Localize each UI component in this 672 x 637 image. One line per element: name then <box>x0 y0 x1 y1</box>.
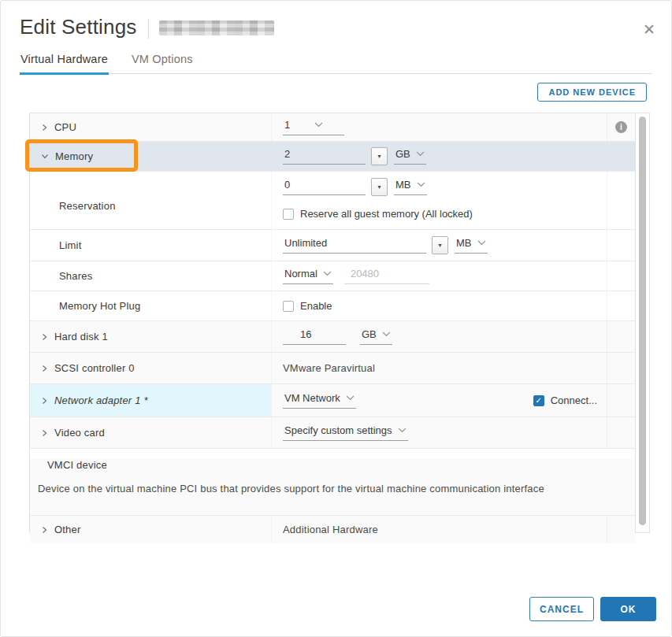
memory-hot-plug-enable-label: Enable <box>300 300 332 312</box>
chevron-down-icon <box>346 395 355 401</box>
table-row-memory-hot-plug: Memory Hot Plug Enable <box>30 291 635 321</box>
table-row-other: Other Additional Hardware <box>30 516 635 543</box>
hard-disk-size-input[interactable]: 16 <box>283 328 346 345</box>
network-adapter-label-cell[interactable]: Network adapter 1 * <box>30 384 271 417</box>
network-value: VM Network <box>284 392 340 404</box>
chevron-right-icon[interactable] <box>41 429 48 437</box>
other-value: Additional Hardware <box>283 524 378 535</box>
chevron-down-icon <box>417 182 425 187</box>
limit-spinner-button[interactable]: ▾ <box>432 236 448 254</box>
memory-label-cell[interactable]: Memory <box>30 142 271 171</box>
memory-spinner-button[interactable]: ▾ <box>371 147 388 165</box>
connect-label: Connect... <box>551 394 597 406</box>
reserve-all-memory-checkbox[interactable] <box>283 209 294 220</box>
info-icon[interactable]: i <box>615 121 627 133</box>
other-label-cell[interactable]: Other <box>30 516 271 543</box>
table-row-reservation: Reservation 0 ▾ MB Reserve all guest mem… <box>30 172 635 230</box>
chevron-down-icon <box>416 151 425 157</box>
chevron-down-icon[interactable] <box>41 153 49 160</box>
chevron-down-icon <box>382 331 391 337</box>
table-row-network-adapter: Network adapter 1 * VM Network ✓ Connect… <box>30 384 635 417</box>
shares-label: Shares <box>59 270 92 282</box>
edit-settings-dialog: Edit Settings ✕ Virtual Hardware VM Opti… <box>0 0 672 637</box>
tab-bar: Virtual Hardware VM Options <box>20 50 652 74</box>
table-row-hard-disk: Hard disk 1 16 GB <box>30 321 635 353</box>
chevron-right-icon[interactable] <box>41 333 48 341</box>
limit-label: Limit <box>59 239 81 251</box>
cpu-label: CPU <box>54 121 76 133</box>
limit-input[interactable]: Unlimited <box>283 237 426 254</box>
chevron-right-icon[interactable] <box>41 124 48 131</box>
memory-label: Memory <box>55 150 93 162</box>
ok-button[interactable]: OK <box>600 597 656 621</box>
video-card-settings-value: Specify custom settings <box>284 424 392 436</box>
dialog-title: Edit Settings <box>20 15 137 39</box>
hard-disk-label: Hard disk 1 <box>54 331 108 343</box>
reservation-label: Reservation <box>59 200 116 212</box>
scsi-label-cell[interactable]: SCSI controller 0 <box>30 353 271 383</box>
scsi-controller-value: VMware Paravirtual <box>283 362 375 374</box>
chevron-down-icon <box>314 122 323 128</box>
cpu-label-cell[interactable]: CPU <box>30 113 271 141</box>
reservation-unit-select[interactable]: MB <box>394 179 427 195</box>
chevron-right-icon[interactable] <box>41 365 48 372</box>
video-card-label-cell[interactable]: Video card <box>30 417 271 448</box>
network-adapter-label: Network adapter 1 * <box>54 394 148 406</box>
chevron-down-icon <box>323 271 332 276</box>
hard-disk-unit-value: GB <box>362 328 377 340</box>
reservation-spinner-button[interactable]: ▾ <box>371 178 388 196</box>
reservation-input[interactable]: 0 <box>283 179 366 195</box>
table-row-vmci-device: VMCI device Device on the virtual machin… <box>30 459 635 516</box>
cpu-count-value: 1 <box>284 119 290 131</box>
memory-hot-plug-checkbox[interactable] <box>283 301 294 312</box>
limit-unit-select[interactable]: MB <box>455 237 488 254</box>
chevron-down-icon <box>477 240 486 246</box>
video-card-label: Video card <box>54 427 105 439</box>
scsi-controller-label: SCSI controller 0 <box>54 362 135 374</box>
memory-hot-plug-label: Memory Hot Plug <box>59 300 140 312</box>
tab-virtual-hardware[interactable]: Virtual Hardware <box>20 50 109 75</box>
hard-disk-label-cell[interactable]: Hard disk 1 <box>30 321 271 352</box>
shares-select[interactable]: Normal <box>283 268 333 284</box>
vmci-device-description: Device on the virtual machine PCI bus th… <box>38 483 627 494</box>
connect-checkbox[interactable]: ✓ <box>533 395 544 406</box>
scrollbar-track[interactable] <box>635 113 649 532</box>
hardware-table: CPU 1 i Memory 2 <box>29 113 650 533</box>
scrollbar-thumb[interactable] <box>639 117 646 525</box>
memory-size-input[interactable]: 2 <box>283 148 366 165</box>
vm-name-redacted <box>159 20 274 35</box>
hard-disk-unit-select[interactable]: GB <box>360 328 392 345</box>
table-row-video-card: Video card Specify custom settings <box>30 417 635 449</box>
reservation-unit-value: MB <box>395 179 411 191</box>
table-row-scsi-controller: SCSI controller 0 VMware Paravirtual <box>30 353 635 384</box>
vmci-device-label: VMCI device <box>47 459 635 471</box>
video-card-settings-select[interactable]: Specify custom settings <box>283 424 408 441</box>
title-divider <box>148 19 149 39</box>
shares-count-input-disabled: 20480 <box>344 268 429 284</box>
memory-unit-value: GB <box>395 148 410 160</box>
add-new-device-button[interactable]: ADD NEW DEVICE <box>537 83 647 102</box>
chevron-down-icon <box>398 428 407 433</box>
cpu-count-select[interactable]: 1 <box>283 119 344 135</box>
shares-value: Normal <box>284 268 317 280</box>
tab-vm-options[interactable]: VM Options <box>131 50 194 73</box>
close-icon[interactable]: ✕ <box>640 20 659 39</box>
limit-unit-value: MB <box>456 237 472 249</box>
dialog-footer: CANCEL OK <box>529 597 656 621</box>
cancel-button[interactable]: CANCEL <box>529 597 594 621</box>
reserve-all-memory-label: Reserve all guest memory (All locked) <box>300 208 473 220</box>
table-row-limit: Limit Unlimited ▾ MB <box>30 230 635 261</box>
other-label: Other <box>54 524 81 535</box>
table-row-memory: Memory 2 ▾ GB <box>30 142 635 172</box>
table-row-shares: Shares Normal 20480 <box>30 261 635 291</box>
network-select[interactable]: VM Network <box>283 392 356 409</box>
memory-unit-select[interactable]: GB <box>394 148 426 165</box>
chevron-right-icon[interactable] <box>41 526 48 534</box>
chevron-right-icon[interactable] <box>41 397 48 405</box>
table-row-cpu: CPU 1 i <box>30 113 635 142</box>
